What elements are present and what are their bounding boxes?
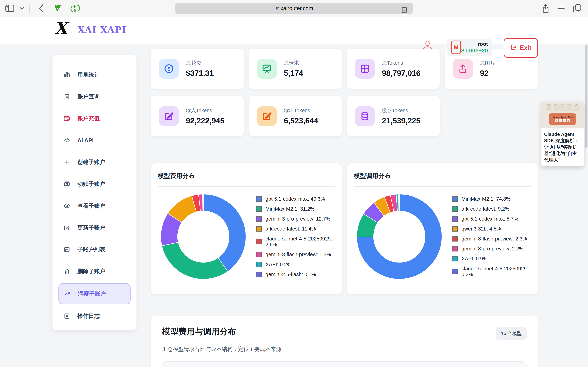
sidebar-item-4[interactable]: 创建子账户 (59, 152, 130, 172)
stat-label: 总花费 (186, 60, 214, 67)
gear-icon (569, 104, 570, 106)
extension-v-icon[interactable] (53, 4, 63, 13)
call-chart-legend: MiniMax-M2.1: 74.8%ark-code-latest: 9.2%… (452, 196, 531, 277)
address-bar[interactable]: x xairouter.com (175, 3, 413, 14)
legend-label: gemini-3-flash-preview: 1.5% (266, 252, 331, 258)
sidebar-item-3[interactable]: </>AI API (59, 130, 130, 150)
stat-label: 缓存Tokens (382, 107, 420, 114)
exit-button-label: Exit (520, 44, 531, 51)
legend-swatch (452, 196, 458, 202)
legend-label: qwen3-32b: 4.5% (461, 226, 501, 232)
sidebar-item-11[interactable]: 操作日志 (59, 306, 130, 326)
svg-text:A: A (73, 8, 77, 13)
legend-label: gpt-5.1-codex-max: 5.7% (461, 216, 518, 222)
exit-button[interactable]: Exit (504, 38, 538, 58)
back-button-icon[interactable] (38, 4, 44, 13)
section-subtitle: 汇总模型请求占比与成本结构，定位主要成本来源 (162, 345, 527, 353)
app-logo[interactable]: X (54, 18, 67, 38)
screenshot-stage: A x xairouter.com X XAI XAPI (0, 0, 588, 367)
transfer-icon (63, 181, 70, 188)
new-tab-icon[interactable] (557, 5, 565, 12)
sidebar-item-2[interactable]: 账户充值 (59, 108, 130, 128)
reader-mode-icon[interactable] (400, 5, 408, 17)
agent-label: Financial Reporting Agent (566, 106, 572, 109)
account-pill[interactable]: M root $1.00e+20 (447, 39, 493, 56)
presentation-icon (257, 59, 277, 79)
claude-sdk-label: Claude Agent SDK (552, 116, 573, 118)
sidebar-toggle-icon[interactable] (5, 5, 14, 12)
sidebar-item-9[interactable]: 删除子账户 (59, 261, 130, 281)
list-window-icon (63, 246, 70, 253)
legend-item: gemini-3-pro-preview: 2.2% (452, 246, 531, 252)
legend-item: ark-code-latest: 11.4% (256, 226, 335, 232)
sidebar-item-label: 洞察子账户 (78, 290, 106, 298)
gear-icon (548, 104, 550, 106)
stat-label: 总Tokens (382, 60, 420, 67)
claude-sdk-box: Claude Agent SDK ✎ ⌂ ✉ ▤ (549, 113, 576, 125)
agent-label: Email Automation Agent (573, 106, 579, 109)
legend-swatch (256, 262, 262, 267)
bar-chart-icon (63, 71, 70, 78)
legend-label: MiniMax-M2.1: 31.2% (266, 206, 314, 212)
mail-icon: ✉ (563, 119, 566, 122)
trash-icon (63, 268, 70, 275)
sidebar-item-6[interactable]: 查看子账户 (59, 196, 130, 216)
divider (158, 186, 335, 187)
site-favicon: x (275, 5, 278, 12)
legend-swatch (452, 226, 458, 232)
sidebar-nav: 用量统计账户查询账户充值</>AI API创建子账户动账子账户查看子账户更新子账… (52, 55, 137, 330)
stat-value: $371.31 (186, 69, 214, 78)
legend-label: gpt-5.1-codex-max: 40.3% (266, 196, 325, 202)
edit-pen-icon (159, 106, 179, 126)
share-icon[interactable] (542, 3, 550, 13)
legend-item: gemini-3-flash-preview: 2.3% (452, 236, 531, 242)
user-avatar-icon[interactable] (422, 40, 433, 52)
legend-label: gemini-2.5-flash: 0.1% (266, 272, 316, 277)
legend-label: XAPI: 0.9% (461, 256, 487, 262)
legend-swatch (452, 206, 458, 212)
model-badge: M (451, 41, 461, 54)
article-thumbnail: Code Review AgentContract Review AgentMe… (541, 102, 584, 128)
cost-chart-legend: gpt-5.1-codex-max: 40.3%MiniMax-M2.1: 31… (256, 196, 335, 277)
agent-label: Code Review Agent (546, 106, 552, 108)
calendar-icon: ▤ (567, 119, 570, 122)
legend-swatch (256, 226, 262, 232)
upload-icon (453, 59, 473, 79)
legend-item: gemini-3-pro-preview: 12.7% (256, 216, 335, 222)
legend-swatch (452, 216, 458, 222)
sidebar-item-10[interactable]: 洞察子账户 (59, 283, 130, 304)
sidebar-item-7[interactable]: 更新子账户 (59, 218, 130, 238)
stat-card-0: $总花费$371.31 (151, 49, 244, 89)
donut-slice-gemini-2.5-flash (203, 194, 203, 211)
sidebar-item-1[interactable]: 账户查询 (59, 87, 130, 107)
account-name: root (478, 41, 488, 47)
browser-toolbar: A x xairouter.com (0, 0, 588, 17)
model-count-badge: 16 个模型 (496, 327, 527, 340)
legend-item: qwen3-32b: 4.5% (452, 226, 531, 232)
call-distribution-card: 模型调用分布 MiniMax-M2.1: 74.8%ark-code-lates… (347, 163, 538, 294)
legend-swatch (256, 196, 262, 202)
briefcase-icon: ⌂ (559, 119, 562, 122)
page-scrollbar[interactable] (585, 45, 588, 148)
legend-label: gemini-3-pro-preview: 2.2% (461, 246, 524, 252)
legend-label: claude-sonnet-4-5-20250929: 0.3% (461, 266, 531, 277)
stat-card-1: 总请求5,174 (249, 49, 342, 89)
sidebar-item-0[interactable]: 用量统计 (59, 65, 130, 85)
article-widget[interactable]: Code Review AgentContract Review AgentMe… (541, 102, 584, 166)
sidebar-item-8[interactable]: 子账户列表 (59, 240, 130, 259)
tab-overview-icon[interactable] (573, 4, 582, 13)
legend-label: gemini-3-flash-preview: 2.3% (461, 236, 527, 242)
legend-label: XAPI: 0.2% (266, 262, 291, 267)
legend-swatch (452, 246, 458, 251)
sidebar-item-label: 账户查询 (77, 93, 100, 100)
chevron-down-icon[interactable] (20, 7, 24, 10)
sidebar-item-label: AI API (77, 137, 94, 144)
donut-slice-gpt-5.1-codex-max (203, 194, 246, 272)
legend-item: gemini-3-flash-preview: 1.5% (256, 252, 335, 258)
sidebar-item-5[interactable]: 动账子账户 (59, 174, 130, 194)
brand-title: XAI XAPI (78, 25, 127, 35)
stat-value: 6,523,644 (284, 116, 318, 125)
dollar-icon: $ (159, 59, 179, 79)
translate-icon[interactable]: A (70, 3, 80, 13)
legend-item: gemini-2.5-flash: 0.1% (256, 272, 335, 277)
